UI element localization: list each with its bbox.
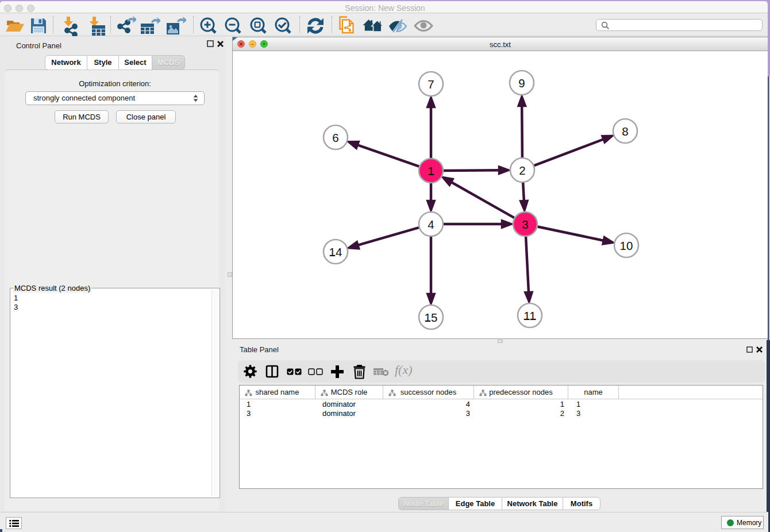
svg-text:9: 9	[518, 76, 525, 90]
svg-text:15: 15	[425, 311, 438, 324]
svg-text:4: 4	[428, 218, 434, 231]
svg-text:11: 11	[523, 309, 536, 322]
svg-text:1: 1	[428, 164, 434, 178]
svg-text:14: 14	[329, 245, 342, 259]
svg-text:8: 8	[622, 125, 628, 138]
svg-text:7: 7	[428, 78, 434, 91]
svg-text:10: 10	[620, 239, 633, 252]
svg-text:3: 3	[522, 218, 528, 231]
svg-text:2: 2	[519, 164, 525, 177]
svg-text:6: 6	[332, 131, 338, 144]
